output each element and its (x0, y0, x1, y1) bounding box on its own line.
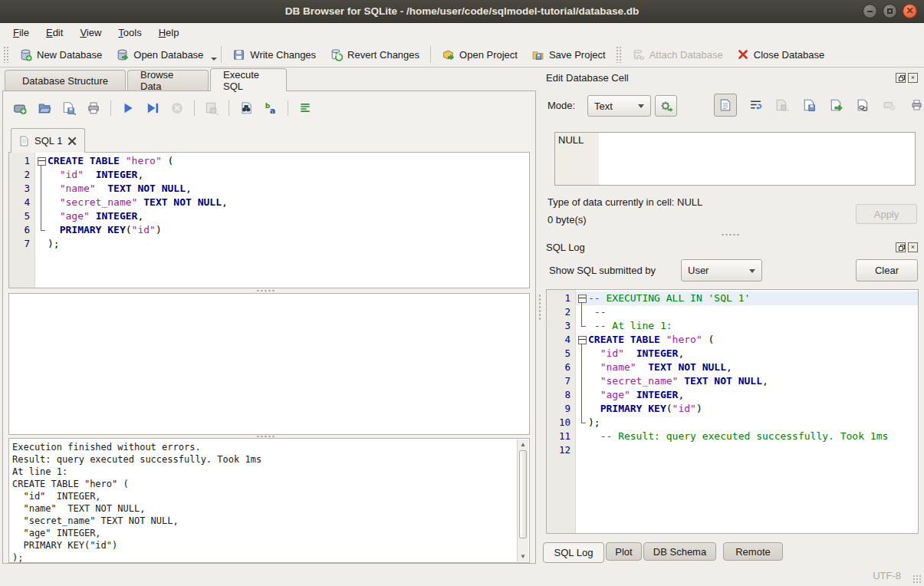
main-area: Database Structure Browse Data Execute S… (0, 67, 538, 565)
copy-link-icon[interactable] (854, 97, 871, 114)
scrollbar-thumb[interactable] (519, 450, 527, 538)
tab-execute-sql[interactable]: Execute SQL (210, 68, 287, 91)
write-changes-button[interactable]: Write Changes (225, 45, 323, 64)
sql-log-code: 1-- EXECUTING ALL IN 'SQL 1'2 --3 -- At … (547, 290, 918, 533)
apply-button: Apply (856, 204, 917, 224)
encoding-indicator: UTF-8 (873, 570, 901, 581)
sql-tab-label: SQL 1 (35, 135, 62, 146)
close-button[interactable]: ✕ (903, 4, 917, 18)
execute-sql-panel: ba SQL 1 1CREATE TABLE "he (2, 91, 536, 564)
mode-select[interactable]: Text (587, 95, 651, 117)
open-database-button[interactable]: Open Database (109, 45, 210, 64)
sql-log-view[interactable]: 1-- EXECUTING ALL IN 'SQL 1'2 --3 -- At … (546, 289, 919, 534)
write-changes-icon (232, 48, 245, 61)
format-icon[interactable] (296, 99, 314, 117)
dock-splitter-handle[interactable] (721, 233, 741, 237)
tab-database-structure[interactable]: Database Structure (5, 70, 126, 91)
dock-tab-plot[interactable]: Plot (606, 542, 642, 561)
revert-changes-button[interactable]: Revert Changes (323, 45, 426, 64)
open-project-button[interactable]: Open Project (435, 45, 524, 64)
scroll-up-icon[interactable]: ▲ (518, 441, 528, 448)
svg-text:a: a (269, 106, 275, 115)
chevron-down-icon (749, 269, 755, 273)
float-panel-icon[interactable] (896, 73, 906, 83)
cell-value-editor[interactable]: NULL (554, 132, 916, 186)
close-panel-icon[interactable]: × (908, 73, 918, 83)
document-icon (19, 136, 29, 146)
toolbar-separator (229, 100, 229, 116)
close-database-button[interactable]: Close Database (730, 45, 832, 64)
dock-tab-remote[interactable]: Remote (723, 542, 783, 561)
menubar: File Edit View Tools Help (0, 23, 924, 42)
open-database-icon (116, 48, 129, 61)
cell-size-text: 0 byte(s) (547, 214, 587, 226)
save-project-button[interactable]: Save Project (524, 45, 613, 64)
execute-current-line-icon[interactable] (143, 99, 162, 117)
save-cell-icon (774, 97, 791, 114)
close-tab-icon[interactable] (67, 137, 77, 146)
minimize-button[interactable] (863, 4, 877, 18)
chevron-down-icon (638, 104, 644, 108)
menu-file[interactable]: File (5, 25, 38, 41)
menu-tools[interactable]: Tools (110, 25, 150, 41)
maximize-button[interactable] (883, 4, 897, 18)
scroll-down-icon[interactable]: ▼ (518, 553, 528, 560)
statusbar: UTF-8 (0, 565, 924, 586)
toolbar-grip[interactable] (616, 46, 622, 63)
text-mode-icon[interactable] (714, 94, 737, 117)
resize-grip[interactable] (912, 574, 922, 584)
log-filter-label: Show SQL submitted by (549, 265, 656, 276)
import-cell-icon[interactable] (801, 97, 817, 114)
find-replace-icon[interactable]: ba (261, 99, 280, 117)
float-panel-icon[interactable] (896, 242, 906, 252)
save-results-icon (202, 99, 221, 117)
dock-splitter-handle[interactable] (538, 294, 542, 320)
menu-help[interactable]: Help (150, 25, 188, 41)
word-wrap-icon[interactable] (747, 97, 764, 114)
toolbar-separator (430, 46, 431, 63)
toolbar-separator (110, 100, 111, 116)
new-tab-icon[interactable] (11, 99, 29, 117)
open-database-dropdown-caret[interactable] (211, 58, 217, 61)
sql-document-tab[interactable]: SQL 1 (11, 128, 85, 153)
execution-messages-text: Execution finished without errors. Resul… (12, 441, 515, 562)
log-filter-select[interactable]: User (681, 259, 762, 281)
auto-switch-mode-button[interactable] (655, 95, 677, 117)
menu-edit[interactable]: Edit (38, 25, 71, 41)
find-icon[interactable] (237, 99, 255, 117)
revert-changes-icon (330, 48, 343, 61)
scrollbar[interactable]: ▲ ▼ (517, 440, 528, 561)
new-database-icon (19, 48, 32, 61)
menu-view[interactable]: View (71, 25, 110, 41)
new-database-button[interactable]: New Database (12, 45, 109, 64)
dock-tab-db-schema[interactable]: DB Schema (643, 542, 716, 561)
attach-database-button: Attach Database (625, 45, 730, 64)
open-sql-file-icon[interactable] (35, 99, 54, 117)
execute-all-icon[interactable] (119, 99, 137, 117)
mode-label: Mode: (547, 100, 575, 111)
titlebar[interactable]: DB Browser for SQLite - /home/user/code/… (0, 0, 924, 23)
toolbar-separator (194, 100, 195, 116)
close-database-icon (737, 48, 749, 61)
tab-browse-data[interactable]: Browse Data (127, 70, 209, 91)
sql-editor[interactable]: 1CREATE TABLE "hero" (2 "id" INTEGER,3 "… (8, 152, 530, 288)
cell-value: NULL (558, 134, 584, 146)
right-dock: Edit Database Cell × Mode: Text (538, 67, 924, 565)
clear-log-button[interactable]: Clear (856, 259, 918, 281)
sql-log-title: SQL Log (546, 242, 585, 253)
sql-editor-code[interactable]: 1CREATE TABLE "hero" (2 "id" INTEGER,3 "… (9, 153, 529, 288)
execution-messages-pane[interactable]: Execution finished without errors. Resul… (8, 438, 530, 563)
cell-type-text: Type of data currently in cell: NULL (547, 196, 702, 208)
print-cell-icon[interactable] (908, 97, 924, 114)
cell-editor-toolbar (714, 94, 924, 117)
export-cell-icon[interactable] (827, 97, 844, 114)
open-project-icon (442, 48, 455, 61)
gear-icon (659, 99, 673, 113)
print-icon[interactable] (84, 99, 103, 117)
results-grid-pane[interactable] (8, 293, 530, 435)
stop-icon (168, 99, 186, 117)
close-panel-icon[interactable]: × (908, 242, 918, 252)
save-sql-file-icon[interactable] (60, 99, 78, 117)
toolbar-grip[interactable] (3, 46, 9, 63)
dock-tab-sql-log[interactable]: SQL Log (543, 542, 604, 563)
